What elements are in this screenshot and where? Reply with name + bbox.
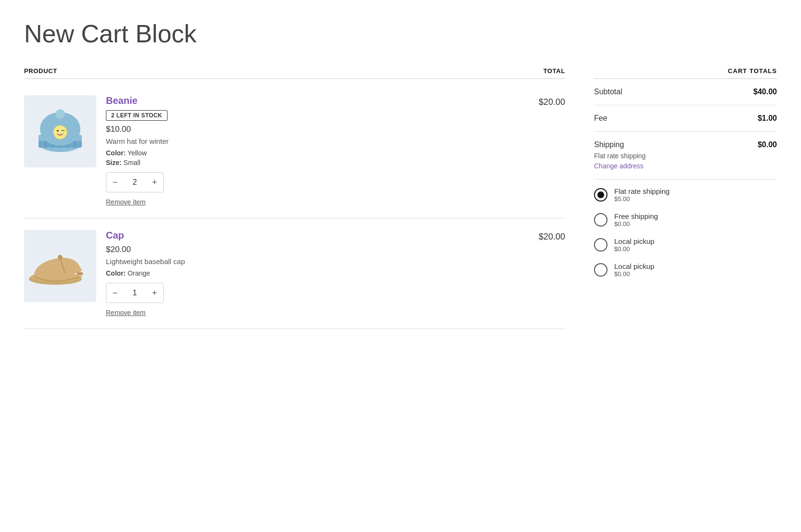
beanie-description: Warm hat for winter (106, 137, 529, 145)
fee-value: $1.00 (758, 114, 777, 123)
main-layout: PRODUCT TOTAL (24, 67, 777, 329)
local-pickup-1-price: $0.00 (614, 245, 654, 253)
flat-rate-info: Flat rate shipping $5.00 (614, 187, 670, 203)
svg-point-11 (57, 130, 59, 132)
cap-image (24, 230, 96, 302)
cap-remove-button[interactable]: Remove item (106, 309, 145, 317)
cart-section: PRODUCT TOTAL (24, 67, 565, 329)
shipping-label: Shipping (594, 140, 624, 149)
flat-rate-name: Flat rate shipping (614, 187, 670, 195)
beanie-name[interactable]: Beanie (106, 95, 529, 106)
beanie-details: Beanie 2 LEFT IN STOCK $10.00 Warm hat f… (106, 95, 529, 206)
beanie-color: Color: Yellow (106, 149, 529, 157)
cart-totals-section: CART TOTALS Subtotal $40.00 Fee $1.00 Sh… (594, 67, 777, 287)
shipping-option-flat-rate[interactable]: Flat rate shipping $5.00 (594, 187, 777, 203)
beanie-image (24, 95, 96, 167)
subtotal-label: Subtotal (594, 88, 622, 96)
svg-point-12 (59, 134, 62, 136)
beanie-quantity-control: − 2 + (106, 172, 164, 192)
shipping-radio-local-1[interactable] (594, 238, 607, 252)
shipping-option-free[interactable]: Free shipping $0.00 (594, 212, 777, 228)
cart-item-cap: Cap $20.00 Lightweight baseball cap Colo… (24, 218, 565, 329)
cap-description: Lightweight baseball cap (106, 257, 529, 266)
local-pickup-2-name: Local pickup (614, 262, 654, 270)
svg-point-15 (58, 255, 63, 260)
shipping-radio-local-2[interactable] (594, 263, 607, 277)
cap-color: Color: Orange (106, 269, 529, 277)
beanie-unit-price: $10.00 (106, 125, 529, 134)
cap-quantity-increase[interactable]: + (146, 283, 163, 303)
radio-inner-dot (597, 191, 604, 198)
shipping-options: Flat rate shipping $5.00 Free shipping $… (594, 187, 777, 278)
cap-details: Cap $20.00 Lightweight baseball cap Colo… (106, 230, 529, 317)
local-pickup-2-price: $0.00 (614, 270, 654, 278)
page-title: New Cart Block (24, 19, 777, 48)
free-shipping-name: Free shipping (614, 212, 658, 220)
subtotal-value: $40.00 (753, 88, 777, 96)
svg-point-9 (55, 109, 65, 119)
shipping-radio-free[interactable] (594, 213, 607, 227)
cap-quantity-control: − 1 + (106, 283, 164, 303)
local-pickup-2-info: Local pickup $0.00 (614, 262, 654, 278)
cart-item-beanie: Beanie 2 LEFT IN STOCK $10.00 Warm hat f… (24, 84, 565, 218)
svg-point-10 (53, 126, 67, 139)
subtotal-row: Subtotal $40.00 (594, 79, 777, 105)
free-shipping-info: Free shipping $0.00 (614, 212, 658, 228)
free-shipping-price: $0.00 (614, 220, 658, 228)
total-column-header: TOTAL (543, 67, 565, 75)
shipping-option-local-pickup-1[interactable]: Local pickup $0.00 (594, 237, 777, 253)
beanie-size: Size: Small (106, 159, 529, 166)
beanie-line-total: $20.00 (539, 95, 565, 107)
beanie-quantity-value[interactable]: 2 (124, 178, 146, 187)
fee-row: Fee $1.00 (594, 105, 777, 132)
beanie-remove-button[interactable]: Remove item (106, 198, 145, 206)
cap-unit-price: $20.00 (106, 245, 529, 254)
change-address-link[interactable]: Change address (594, 162, 644, 170)
shipping-row: Shipping $0.00 Flat rate shipping Change… (594, 132, 777, 179)
shipping-radio-flat-rate[interactable] (594, 188, 607, 202)
beanie-stock-badge: 2 LEFT IN STOCK (106, 110, 168, 121)
svg-rect-16 (77, 272, 83, 275)
cap-line-total: $20.00 (539, 230, 565, 242)
beanie-quantity-increase[interactable]: + (146, 173, 163, 192)
cap-name[interactable]: Cap (106, 230, 529, 241)
cap-quantity-decrease[interactable]: − (106, 283, 124, 303)
product-column-header: PRODUCT (24, 67, 57, 75)
flat-rate-text: Flat rate shipping (594, 152, 777, 160)
cap-quantity-value[interactable]: 1 (124, 289, 146, 297)
cart-totals-header: CART TOTALS (594, 67, 777, 79)
local-pickup-1-name: Local pickup (614, 237, 654, 245)
cart-header: PRODUCT TOTAL (24, 67, 565, 79)
shipping-value: $0.00 (758, 140, 777, 149)
beanie-quantity-decrease[interactable]: − (106, 173, 124, 192)
flat-rate-price: $5.00 (614, 195, 670, 203)
fee-label: Fee (594, 114, 607, 123)
local-pickup-1-info: Local pickup $0.00 (614, 237, 654, 253)
shipping-option-local-pickup-2[interactable]: Local pickup $0.00 (594, 262, 777, 278)
